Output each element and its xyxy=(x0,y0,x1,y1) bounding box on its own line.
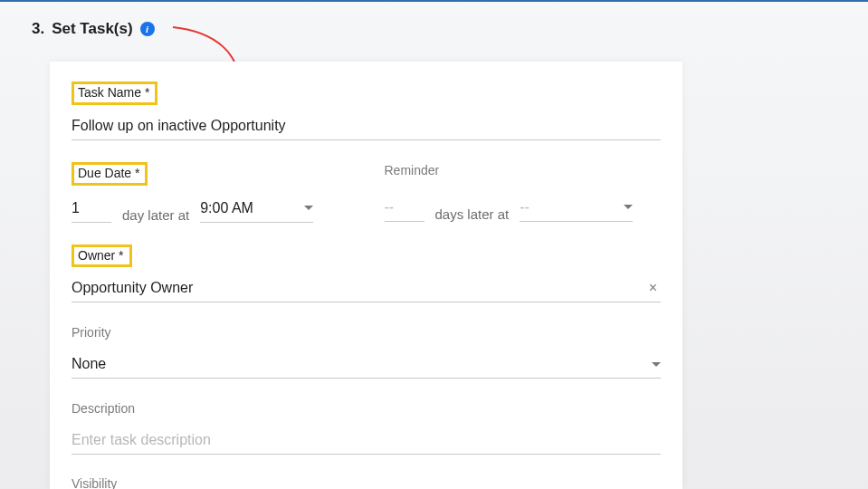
due-date-label: Due Date * xyxy=(72,162,148,186)
visibility-label: Visibility xyxy=(72,476,661,489)
priority-select[interactable]: None xyxy=(72,352,661,379)
chevron-down-icon xyxy=(652,362,661,367)
due-date-time-value: 9:00 AM xyxy=(200,200,253,216)
task-form-card: Task Name * Due Date * day later at 9:00… xyxy=(50,62,682,489)
reminder-field: Reminder -- days later at -- xyxy=(385,162,662,223)
reminder-time-select[interactable]: -- xyxy=(520,196,633,222)
section-title: Set Task(s) xyxy=(52,20,132,38)
section-header: 3. Set Task(s) i xyxy=(32,20,155,38)
due-date-time-select[interactable]: 9:00 AM xyxy=(200,197,313,223)
top-border xyxy=(0,0,868,2)
owner-select[interactable]: Opportunity Owner × xyxy=(72,276,661,302)
description-field: Description xyxy=(72,400,661,455)
section-number: 3. xyxy=(32,20,44,38)
description-input[interactable] xyxy=(72,428,661,455)
task-name-field: Task Name * xyxy=(72,82,661,140)
reminder-label: Reminder xyxy=(385,163,440,177)
task-name-label: Task Name * xyxy=(72,82,157,105)
reminder-days-input[interactable]: -- xyxy=(385,196,424,222)
reminder-time-value: -- xyxy=(520,199,529,216)
priority-field: Priority None xyxy=(72,324,661,379)
due-date-field: Due Date * day later at 9:00 AM xyxy=(72,162,348,223)
due-date-days-input[interactable] xyxy=(72,197,111,223)
owner-field: Owner * Opportunity Owner × xyxy=(72,244,661,303)
due-date-unit-text: day later at xyxy=(115,207,196,223)
info-icon[interactable]: i xyxy=(140,22,155,36)
priority-label: Priority xyxy=(72,325,111,340)
owner-value: Opportunity Owner xyxy=(72,280,193,296)
priority-value: None xyxy=(72,356,106,372)
owner-label: Owner * xyxy=(72,244,132,268)
close-icon[interactable]: × xyxy=(645,280,661,296)
chevron-down-icon xyxy=(304,206,313,210)
task-name-input[interactable] xyxy=(72,114,661,140)
reminder-unit-text: days later at xyxy=(428,206,517,222)
description-label: Description xyxy=(72,401,135,416)
chevron-down-icon xyxy=(624,205,633,209)
